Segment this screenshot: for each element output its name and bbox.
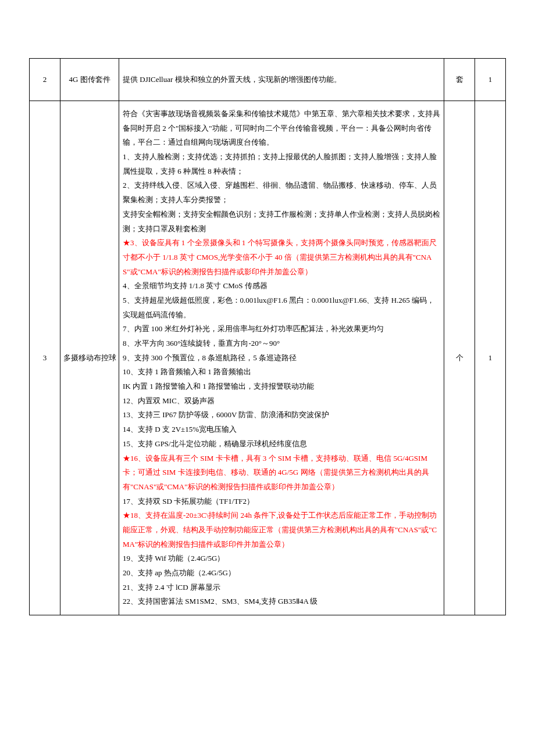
- desc-text: 提供 DJICelluar 模块和独立的外置天线，实现新的增强图传功能。: [122, 70, 441, 89]
- desc-line: 2、支持绊线入侵、区域入侵、穿越围栏、徘徊、物品遗留、物品搬移、快速移动、停车、…: [123, 178, 440, 207]
- desc-line: 13、支持三 IP67 防护等级，6000V 防雷、防浪涌和防突波保护: [123, 408, 440, 422]
- desc-line: 10、支持 1 路音频输入和 1 路音频输出: [123, 365, 440, 379]
- desc-line: 4、全景细节均支持 1/1.8 英寸 CMoS 传感器: [123, 279, 440, 293]
- desc-line: 9、支持 300 个预置位，8 条巡航路径，5 条巡迹路径: [123, 351, 440, 366]
- desc-line-highlight: ★18、支持在温度-20±3C\持续时间 24h 条件下,设备处于工作状态后应能…: [123, 508, 440, 551]
- desc-line: 12、内置双 MIC、双扬声器: [123, 394, 440, 409]
- cell-name: 4G 图传套件: [60, 59, 119, 101]
- cell-unit: 套: [444, 59, 475, 101]
- table-row: 3 多摄移动布控球 符合《灾害事故现场音视频装备采集和传输技术规范》中第五章、第…: [30, 101, 506, 615]
- cell-qty: 1: [475, 101, 506, 615]
- desc-line: 20、支持 ap 热点功能（2.4G/5G）: [123, 566, 440, 581]
- desc-line: 符合《灾害事故现场音视频装备采集和传输技术规范》中第五章、第六章相关技术要求，支…: [123, 107, 440, 150]
- cell-name: 多摄移动布控球: [60, 101, 119, 615]
- document-page: 2 4G 图传套件 提供 DJICelluar 模块和独立的外置天线，实现新的增…: [0, 0, 535, 627]
- spec-table: 2 4G 图传套件 提供 DJICelluar 模块和独立的外置天线，实现新的增…: [29, 58, 506, 615]
- desc-line-highlight: ★3、设备应具有 1 个全景摄像头和 1 个特写摄像头，支持两个摄像头同时预览，…: [123, 236, 440, 279]
- desc-line-highlight: ★16、设备应具有三个 SIM 卡卡槽，具有 3 个 SIM 卡槽，支持移动、联…: [123, 452, 440, 495]
- cell-number: 2: [30, 59, 60, 101]
- desc-line: 19、支持 Wif 功能（2.4G/5G）: [123, 551, 440, 566]
- desc-line: 5、支持超星光级超低照度，彩色：0.001lux@F1.6 黑白：0.0001l…: [123, 293, 440, 322]
- cell-description: 提供 DJICelluar 模块和独立的外置天线，实现新的增强图传功能。: [119, 59, 444, 101]
- cell-description: 符合《灾害事故现场音视频装备采集和传输技术规范》中第五章、第六章相关技术要求，支…: [119, 101, 444, 615]
- desc-line: 14、支持 D 支 2V±15%宽电压输入: [123, 422, 440, 437]
- desc-line: 17、支持双 SD 卡拓展功能（TF1/TF2）: [123, 495, 440, 509]
- desc-line: 22、支持国密算法 SM1SM2、SM3、SM4,支持 GB35Ⅱ4A 级: [123, 594, 440, 609]
- cell-unit: 个: [444, 101, 475, 615]
- cell-qty: 1: [475, 59, 506, 101]
- desc-line: 7、内置 100 米红外灯补光，采用倍率与红外灯功率匹配算法，补光效果更均匀: [123, 322, 440, 336]
- table-row: 2 4G 图传套件 提供 DJICelluar 模块和独立的外置天线，实现新的增…: [30, 59, 506, 101]
- cell-number: 3: [30, 101, 60, 615]
- desc-line: 1、支持人脸检测；支持优选；支持抓拍；支持上报最优的人脸抓图；支持人脸增强；支持…: [123, 150, 440, 178]
- desc-line: 8、水平方向 360°连续旋转，垂直方向-20°～90°: [123, 336, 440, 351]
- desc-line: 21、支持 2.4 寸 lCD 屏幕显示: [123, 581, 440, 595]
- desc-line: IK 内置 1 路报警输入和 1 路报警输出，支持报警联动功能: [123, 379, 440, 394]
- desc-text: 符合《灾害事故现场音视频装备采集和传输技术规范》中第五章、第六章相关技术要求，支…: [122, 105, 441, 611]
- desc-line: 15、支持 GPS/北斗定位功能，精确显示球机经纬度信息: [123, 437, 440, 452]
- desc-line: 支持安全帽检测；支持安全帽颜色识别；支持工作服检测；支持单人作业检测；支持人员脱…: [123, 207, 440, 236]
